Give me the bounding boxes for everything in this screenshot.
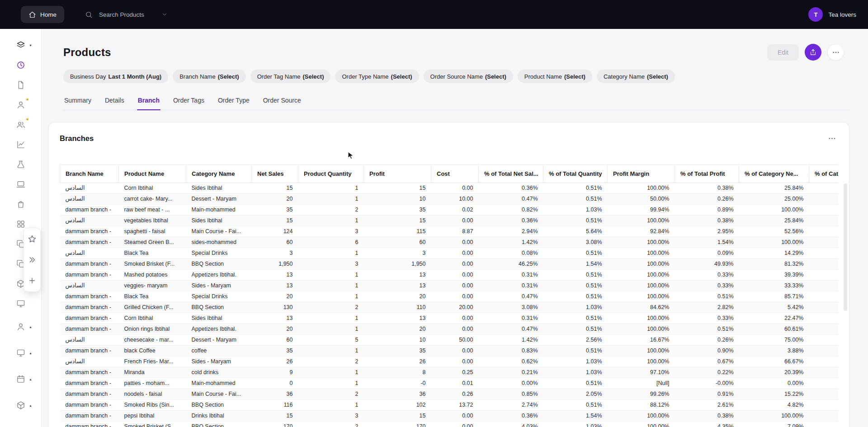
table-row[interactable]: dammam branch -pepsi IbtihalDrinks Ibtih… [60, 411, 839, 422]
table-row[interactable]: dammam branch -Smoked Ribs (Sin...BBQ Se… [60, 400, 839, 411]
table-row[interactable]: السادسcarrot cake- Mary...Dessert - Mary… [60, 194, 839, 205]
table-row[interactable]: dammam branch -Black TeaSpecial Drinks20… [60, 291, 839, 302]
sidebar-item-users[interactable] [16, 120, 26, 129]
table-row[interactable]: dammam branch -black Coffeecoffee351350.… [60, 346, 839, 357]
table-cell: dammam branch - [60, 411, 119, 422]
sidebar-item-flask[interactable] [16, 160, 26, 169]
sidebar-bottom-item-calendar[interactable] [16, 375, 26, 384]
popover-item-chevrons-right[interactable] [27, 255, 37, 264]
sidebar-bottom-item-user[interactable] [16, 322, 26, 331]
filter-chip-order-type-name[interactable]: Order Type Name (Select) [335, 70, 419, 83]
tab-order-type[interactable]: Order Type [217, 94, 250, 110]
table-row[interactable]: dammam branch -Onion rings IbtihalAppeti… [60, 324, 839, 335]
table-cell: 0.00 [431, 248, 479, 259]
sidebar-bottom-item-package[interactable] [16, 401, 26, 410]
share-button[interactable] [805, 44, 821, 61]
home-button[interactable]: Home [21, 6, 64, 23]
sidebar-item-laptop[interactable] [16, 180, 26, 189]
tab-summary[interactable]: Summary [63, 94, 92, 110]
column-header[interactable]: Branch Name [60, 165, 119, 183]
column-header[interactable]: Profit [364, 165, 431, 183]
table-cell: Drinks Ibtihal [186, 411, 252, 422]
table-cell: 5.42% [739, 302, 809, 313]
sidebar-bottom-item-monitor[interactable] [16, 348, 26, 357]
column-header[interactable]: Profit Margin [608, 165, 675, 183]
column-header[interactable]: Product Name [119, 165, 186, 183]
table-row[interactable]: dammam branch -spaghetti - faisalMain Co… [60, 226, 839, 237]
edit-button[interactable]: Edit [767, 44, 799, 61]
sidebar-item-layers[interactable] [16, 41, 26, 50]
tab-order-tags[interactable]: Order Tags [172, 94, 205, 110]
table-row[interactable]: dammam branch -Corn IbtihalSides Ibtihal… [60, 313, 839, 324]
popover-item-star[interactable] [27, 235, 37, 244]
table-cell: 0.00 [431, 270, 479, 281]
ellipsis-icon [832, 48, 840, 56]
table-row[interactable]: dammam branch -Steamed Green B...sides-m… [60, 237, 839, 248]
card-more-button[interactable] [826, 132, 838, 145]
table-row[interactable]: السادسvegetables IbtihalSides Ibtihal151… [60, 216, 839, 226]
sidebar-item-bag[interactable] [16, 200, 26, 209]
filter-label: Order Tag Name [257, 73, 301, 80]
column-header[interactable]: % of Category Ne... [739, 165, 809, 183]
filter-chip-order-source-name[interactable]: Order Source Name (Select) [424, 70, 513, 83]
table-cell: 0.51% [543, 313, 608, 324]
sidebar-item-file[interactable] [16, 80, 26, 89]
avatar[interactable]: T [808, 7, 823, 22]
filter-chip-order-tag-name[interactable]: Order Tag Name (Select) [250, 70, 331, 83]
filter-chip-category-name[interactable]: Category Name (Select) [597, 70, 675, 83]
table-cell [809, 205, 839, 216]
column-header[interactable]: % of Total Quantity [543, 165, 608, 183]
page-more-button[interactable] [827, 44, 844, 61]
table-row[interactable]: dammam branch -noodels - faisalMain Cour… [60, 389, 839, 400]
table-row[interactable]: dammam branch -raw beef meat - ...Main-m… [60, 205, 839, 216]
table-cell: Sides - Maryam [186, 281, 252, 291]
table-row[interactable]: السادسveggies- maryamSides - Maryam13113… [60, 281, 839, 291]
column-header[interactable]: Net Sales [252, 165, 298, 183]
filter-chip-business-day[interactable]: Business Day Last 1 Month (Aug) [63, 70, 168, 83]
branches-card: Branches Branch NameProduct NameCategory… [48, 122, 849, 427]
sidebar-item-grid[interactable] [16, 220, 26, 229]
user-menu[interactable]: T Tea lovers [808, 7, 859, 22]
table-row[interactable]: dammam branch -Mirandacold drinks9180.25… [60, 367, 839, 378]
tab-branch[interactable]: Branch [137, 94, 160, 110]
table-row[interactable]: السادسCorn IbtihalSides Ibtihal151150.00… [60, 183, 839, 194]
table-cell: 13 [364, 313, 431, 324]
sidebar-item-monitor[interactable] [16, 299, 26, 308]
tab-order-source[interactable]: Order Source [262, 94, 302, 110]
column-header[interactable]: % of Total Profit [675, 165, 739, 183]
table-cell: spaghetti - faisal [119, 226, 186, 237]
filter-chip-product-name[interactable]: Product Name (Select) [518, 70, 592, 83]
global-search[interactable]: Search Products [85, 11, 168, 19]
table-row[interactable]: dammam branch -patties - moham...Main-mo… [60, 378, 839, 389]
table-cell: cold drinks [186, 367, 252, 378]
grid-icon [16, 220, 25, 229]
table-row[interactable]: dammam branch -Mashed potatoesAppetizers… [60, 270, 839, 281]
sidebar-item-chart[interactable] [16, 140, 26, 149]
table-row[interactable]: dammam branch -Smoked Brisket (S...BBQ S… [60, 422, 839, 427]
sidebar-item-clock[interactable] [16, 61, 26, 70]
table-row[interactable]: dammam branch -Grilled Chicken (F...BBQ … [60, 302, 839, 313]
table-cell [809, 248, 839, 259]
column-header[interactable]: Cost [431, 165, 479, 183]
filter-chip-branch-name[interactable]: Branch Name (Select) [173, 70, 245, 83]
column-header[interactable]: % of Categor... [809, 165, 839, 183]
table-row[interactable]: dammam branch -Smoked Brisket (F...BBQ S… [60, 259, 839, 270]
table-row[interactable]: السادسBlack TeaSpecial Drinks3130.000.08… [60, 248, 839, 259]
table-cell: 0.51% [675, 324, 739, 335]
table-cell: Smoked Brisket (S... [119, 422, 186, 427]
table-row[interactable]: السادسFrench Fries- Mar...Sides - Maryam… [60, 357, 839, 367]
table-row[interactable]: السادسcheesecake - mar...Dessert - Marya… [60, 335, 839, 346]
table-scrollbar-thumb[interactable] [844, 183, 847, 311]
sidebar-item-user[interactable] [16, 100, 26, 109]
column-header[interactable]: Product Quantity [298, 165, 364, 183]
table-cell: dammam branch - [60, 270, 119, 281]
table-cell: veggies- maryam [119, 281, 186, 291]
table-cell: 60 [252, 237, 298, 248]
table-cell: 0.82% [479, 205, 543, 216]
table-body: السادسCorn IbtihalSides Ibtihal151150.00… [60, 183, 839, 427]
filter-value: (Select) [485, 73, 506, 80]
column-header[interactable]: % of Total Net Sal... [479, 165, 543, 183]
tab-details[interactable]: Details [104, 94, 125, 110]
column-header[interactable]: Category Name [186, 165, 252, 183]
popover-item-plus[interactable] [27, 276, 37, 285]
